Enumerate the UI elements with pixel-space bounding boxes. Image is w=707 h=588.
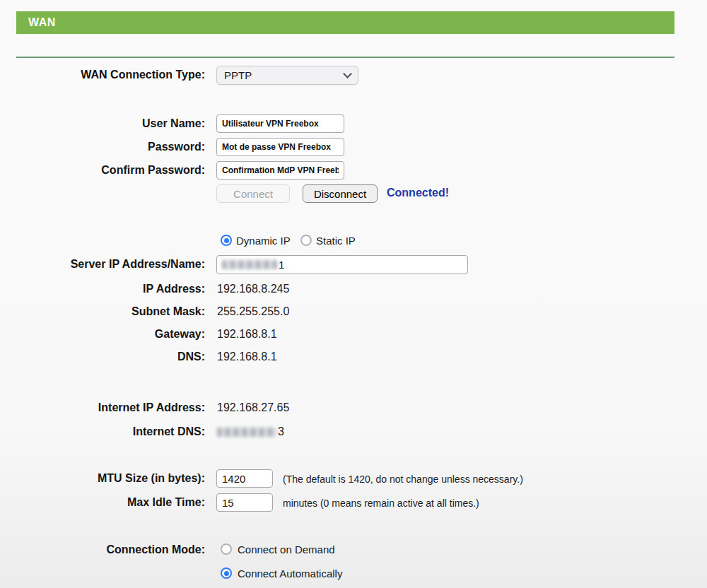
server-ip-visible-suffix: 1 bbox=[279, 259, 284, 271]
max-idle-time-hint: minutes (0 means remain active at all ti… bbox=[283, 498, 479, 510]
server-ip-input[interactable]: 1 bbox=[216, 255, 468, 274]
wan-connection-type-value: PPTP bbox=[224, 69, 252, 81]
internet-ip-label: Internet IP Address: bbox=[0, 401, 205, 414]
mtu-size-hint: (The default is 1420, do not change unle… bbox=[283, 474, 523, 486]
chevron-down-icon bbox=[343, 69, 352, 78]
password-input[interactable] bbox=[216, 138, 344, 156]
redacted-internet-dns bbox=[217, 428, 276, 437]
wan-connection-type-select[interactable]: PPTP bbox=[216, 66, 358, 85]
connect-automatically-label: Connect Automatically bbox=[238, 568, 342, 580]
server-ip-label: Server IP Address/Name: bbox=[0, 258, 205, 271]
section-divider bbox=[16, 57, 674, 58]
ip-address-value: 192.168.8.245 bbox=[217, 283, 289, 295]
internet-ip-value: 192.168.27.65 bbox=[217, 401, 289, 414]
gateway-label: Gateway: bbox=[0, 328, 205, 341]
page-title: WAN bbox=[28, 16, 56, 28]
connect-automatically-radio[interactable] bbox=[221, 568, 232, 579]
dynamic-ip-radio[interactable] bbox=[221, 235, 232, 246]
internet-dns-value: 3 bbox=[217, 425, 284, 438]
wan-connection-type-label: WAN Connection Type: bbox=[0, 69, 205, 81]
connect-button[interactable]: Connect bbox=[216, 184, 290, 203]
connect-on-demand-radio[interactable] bbox=[221, 543, 232, 555]
static-ip-label: Static IP bbox=[316, 235, 356, 247]
connect-on-demand-label: Connect on Demand bbox=[238, 544, 335, 555]
user-name-input[interactable] bbox=[216, 114, 344, 133]
ip-address-label: IP Address: bbox=[0, 283, 205, 295]
dns-value: 192.168.8.1 bbox=[217, 351, 277, 363]
connection-mode-label: Connection Mode: bbox=[0, 543, 205, 556]
subnet-mask-value: 255.255.255.0 bbox=[217, 305, 289, 318]
internet-dns-label: Internet DNS: bbox=[0, 425, 205, 438]
password-label: Password: bbox=[0, 141, 205, 153]
gateway-value: 192.168.8.1 bbox=[217, 328, 277, 341]
connection-status: Connected! bbox=[387, 187, 449, 199]
page-title-bar: WAN bbox=[16, 11, 674, 34]
wan-settings-page: WAN WAN Connection Type: PPTP User Name:… bbox=[0, 0, 707, 588]
subnet-mask-label: Subnet Mask: bbox=[0, 305, 205, 318]
user-name-label: User Name: bbox=[0, 117, 205, 130]
dynamic-ip-label: Dynamic IP bbox=[236, 235, 291, 247]
max-idle-time-input[interactable] bbox=[216, 493, 273, 512]
mtu-size-input[interactable] bbox=[216, 469, 273, 488]
mtu-size-label: MTU Size (in bytes): bbox=[0, 472, 205, 485]
redacted-server-ip bbox=[222, 260, 277, 269]
max-idle-time-label: Max Idle Time: bbox=[0, 496, 205, 509]
static-ip-radio[interactable] bbox=[300, 235, 312, 246]
confirm-password-label: Confirm Password: bbox=[0, 164, 205, 177]
internet-dns-visible-suffix: 3 bbox=[278, 425, 284, 438]
dns-label: DNS: bbox=[0, 351, 205, 363]
confirm-password-input[interactable] bbox=[216, 161, 344, 180]
disconnect-button[interactable]: Disconnect bbox=[303, 184, 378, 203]
